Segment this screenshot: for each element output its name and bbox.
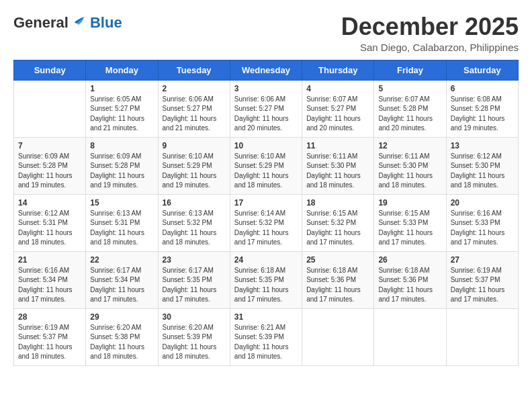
day-number: 8 — [90, 141, 153, 150]
table-row: 13Sunrise: 6:12 AMSunset: 5:30 PMDayligh… — [446, 137, 518, 194]
sunset-text: Sunset: 5:32 PM — [306, 218, 369, 228]
sunset-text: Sunset: 5:27 PM — [90, 104, 153, 114]
day-info: Sunrise: 6:20 AMSunset: 5:39 PMDaylight:… — [163, 323, 226, 362]
table-row: 1Sunrise: 6:05 AMSunset: 5:27 PMDaylight… — [86, 80, 158, 137]
daylight-text: Daylight: 11 hours and 18 minutes. — [451, 171, 514, 191]
sunrise-text: Sunrise: 6:13 AM — [163, 209, 226, 219]
daylight-text: Daylight: 11 hours and 18 minutes. — [378, 171, 441, 191]
sunset-text: Sunset: 5:29 PM — [163, 161, 226, 171]
page-header: General Blue December 2025 San Diego, Ca… — [13, 13, 519, 53]
table-row: 28Sunrise: 6:19 AMSunset: 5:37 PMDayligh… — [14, 308, 86, 365]
sunset-text: Sunset: 5:28 PM — [90, 161, 153, 171]
day-info: Sunrise: 6:07 AMSunset: 5:28 PMDaylight:… — [378, 95, 441, 134]
sunrise-text: Sunrise: 6:18 AM — [234, 266, 298, 276]
day-number: 12 — [378, 141, 441, 150]
day-info: Sunrise: 6:13 AMSunset: 5:32 PMDaylight:… — [163, 209, 226, 248]
daylight-text: Daylight: 11 hours and 20 minutes. — [306, 114, 369, 134]
table-row: 4Sunrise: 6:07 AMSunset: 5:27 PMDaylight… — [302, 80, 374, 137]
day-number: 20 — [451, 198, 514, 208]
day-number: 22 — [90, 255, 153, 265]
daylight-text: Daylight: 11 hours and 21 minutes. — [90, 114, 153, 134]
table-row: 6Sunrise: 6:08 AMSunset: 5:28 PMDaylight… — [446, 80, 518, 137]
table-row: 19Sunrise: 6:15 AMSunset: 5:33 PMDayligh… — [374, 194, 446, 251]
day-number: 18 — [306, 198, 369, 208]
sunrise-text: Sunrise: 6:11 AM — [378, 152, 441, 162]
table-row: 11Sunrise: 6:11 AMSunset: 5:30 PMDayligh… — [302, 137, 374, 194]
title-section: December 2025 San Diego, Calabarzon, Phi… — [341, 13, 519, 53]
daylight-text: Daylight: 11 hours and 18 minutes. — [163, 342, 226, 362]
sunset-text: Sunset: 5:36 PM — [378, 275, 441, 285]
table-row: 27Sunrise: 6:19 AMSunset: 5:37 PMDayligh… — [446, 251, 518, 308]
day-info: Sunrise: 6:13 AMSunset: 5:31 PMDaylight:… — [90, 209, 153, 248]
day-number: 1 — [90, 84, 153, 93]
col-thursday: Thursday — [302, 60, 374, 80]
daylight-text: Daylight: 11 hours and 18 minutes. — [18, 228, 81, 248]
daylight-text: Daylight: 11 hours and 18 minutes. — [90, 228, 153, 248]
sunset-text: Sunset: 5:34 PM — [90, 275, 153, 285]
day-number: 30 — [163, 312, 226, 322]
daylight-text: Daylight: 11 hours and 17 minutes. — [234, 228, 298, 248]
daylight-text: Daylight: 11 hours and 18 minutes. — [90, 342, 153, 362]
sunrise-text: Sunrise: 6:08 AM — [451, 95, 514, 105]
sunrise-text: Sunrise: 6:10 AM — [163, 152, 226, 162]
sunrise-text: Sunrise: 6:18 AM — [306, 266, 369, 276]
day-number: 17 — [234, 198, 298, 208]
calendar-table: Sunday Monday Tuesday Wednesday Thursday… — [13, 60, 519, 366]
day-number: 9 — [163, 141, 226, 150]
day-number: 2 — [163, 84, 226, 93]
daylight-text: Daylight: 11 hours and 17 minutes. — [306, 285, 369, 305]
sunrise-text: Sunrise: 6:18 AM — [378, 266, 441, 276]
table-row: 24Sunrise: 6:18 AMSunset: 5:35 PMDayligh… — [230, 251, 302, 308]
sunset-text: Sunset: 5:31 PM — [90, 218, 153, 228]
day-info: Sunrise: 6:06 AMSunset: 5:27 PMDaylight:… — [163, 95, 226, 134]
subtitle: San Diego, Calabarzon, Philippines — [341, 42, 519, 53]
day-info: Sunrise: 6:09 AMSunset: 5:28 PMDaylight:… — [90, 152, 153, 191]
table-row: 22Sunrise: 6:17 AMSunset: 5:34 PMDayligh… — [86, 251, 158, 308]
table-row: 5Sunrise: 6:07 AMSunset: 5:28 PMDaylight… — [374, 80, 446, 137]
sunset-text: Sunset: 5:29 PM — [234, 161, 298, 171]
day-number: 4 — [306, 84, 369, 93]
daylight-text: Daylight: 11 hours and 18 minutes. — [18, 342, 81, 362]
daylight-text: Daylight: 11 hours and 19 minutes. — [163, 171, 226, 191]
logo: General Blue — [13, 13, 122, 32]
day-info: Sunrise: 6:19 AMSunset: 5:37 PMDaylight:… — [451, 266, 514, 305]
table-row: 18Sunrise: 6:15 AMSunset: 5:32 PMDayligh… — [302, 194, 374, 251]
calendar-week-row: 7Sunrise: 6:09 AMSunset: 5:28 PMDaylight… — [14, 137, 519, 194]
sunrise-text: Sunrise: 6:13 AM — [90, 209, 153, 219]
table-row: 31Sunrise: 6:21 AMSunset: 5:39 PMDayligh… — [230, 308, 302, 365]
day-number: 29 — [90, 312, 153, 322]
sunset-text: Sunset: 5:30 PM — [306, 161, 369, 171]
daylight-text: Daylight: 11 hours and 17 minutes. — [90, 285, 153, 305]
calendar-header-row: Sunday Monday Tuesday Wednesday Thursday… — [14, 60, 519, 80]
sunset-text: Sunset: 5:30 PM — [451, 161, 514, 171]
day-number: 23 — [163, 255, 226, 265]
sunset-text: Sunset: 5:39 PM — [234, 332, 298, 342]
table-row: 8Sunrise: 6:09 AMSunset: 5:28 PMDaylight… — [86, 137, 158, 194]
calendar-week-row: 1Sunrise: 6:05 AMSunset: 5:27 PMDaylight… — [14, 80, 519, 137]
daylight-text: Daylight: 11 hours and 20 minutes. — [234, 114, 298, 134]
day-number: 5 — [378, 84, 441, 93]
sunset-text: Sunset: 5:34 PM — [18, 275, 81, 285]
logo-blue: Blue — [90, 14, 122, 32]
day-info: Sunrise: 6:18 AMSunset: 5:36 PMDaylight:… — [306, 266, 369, 305]
day-number: 6 — [451, 84, 514, 93]
sunset-text: Sunset: 5:27 PM — [163, 104, 226, 114]
col-saturday: Saturday — [446, 60, 518, 80]
day-number: 16 — [163, 198, 226, 208]
sunset-text: Sunset: 5:27 PM — [234, 104, 298, 114]
day-info: Sunrise: 6:08 AMSunset: 5:28 PMDaylight:… — [451, 95, 514, 134]
day-info: Sunrise: 6:05 AMSunset: 5:27 PMDaylight:… — [90, 95, 153, 134]
table-row: 10Sunrise: 6:10 AMSunset: 5:29 PMDayligh… — [230, 137, 302, 194]
sunrise-text: Sunrise: 6:05 AM — [90, 95, 153, 105]
sunrise-text: Sunrise: 6:17 AM — [90, 266, 153, 276]
sunrise-text: Sunrise: 6:11 AM — [306, 152, 369, 162]
daylight-text: Daylight: 11 hours and 17 minutes. — [378, 285, 441, 305]
calendar-week-row: 28Sunrise: 6:19 AMSunset: 5:37 PMDayligh… — [14, 308, 519, 365]
day-number: 24 — [234, 255, 298, 265]
sunrise-text: Sunrise: 6:07 AM — [378, 95, 441, 105]
table-row: 26Sunrise: 6:18 AMSunset: 5:36 PMDayligh… — [374, 251, 446, 308]
sunrise-text: Sunrise: 6:07 AM — [306, 95, 369, 105]
day-number: 11 — [306, 141, 369, 150]
day-number: 10 — [234, 141, 298, 150]
day-number: 25 — [306, 255, 369, 265]
